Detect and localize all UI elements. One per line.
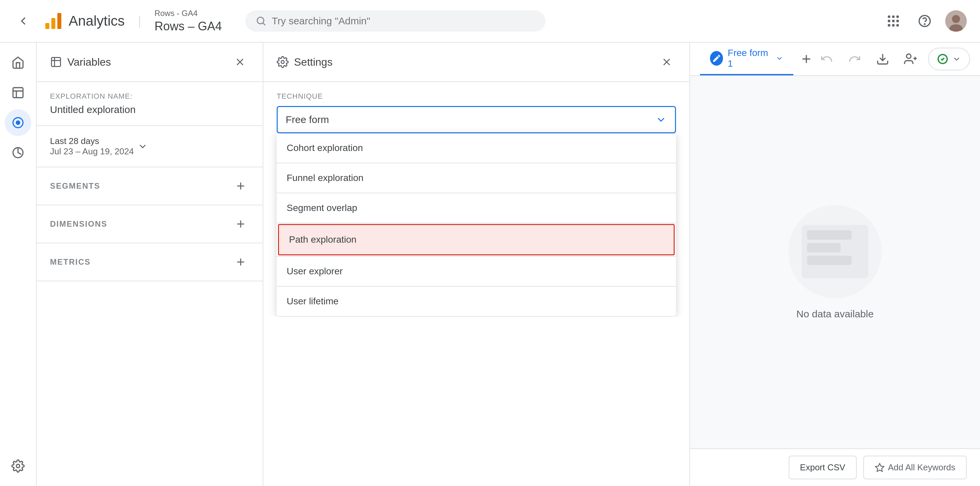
status-chevron-icon xyxy=(952,54,961,64)
tab-bar: Free form 1 xyxy=(690,43,980,76)
svg-rect-10 xyxy=(888,24,890,26)
metrics-add-button[interactable] xyxy=(232,253,249,271)
empty-illustration xyxy=(788,205,882,298)
technique-dropdown-icon xyxy=(655,114,667,126)
settings-close-button[interactable] xyxy=(657,53,676,71)
dropdown-item-funnel[interactable]: Funnel exploration xyxy=(277,163,676,193)
settings-title: Settings xyxy=(277,56,332,69)
dropdown-item-user-explorer[interactable]: User explorer xyxy=(277,257,676,286)
svg-rect-18 xyxy=(13,88,23,98)
dropdown-separator-3 xyxy=(277,223,676,223)
redo-button[interactable] xyxy=(844,48,865,70)
svg-rect-4 xyxy=(888,16,890,18)
selected-technique: Free form xyxy=(286,114,329,125)
exploration-name-label: EXPLORATION NAME: xyxy=(50,92,249,101)
topbar: Analytics | Rows - GA4 Rows – GA4 xyxy=(0,0,980,43)
star-icon xyxy=(875,463,885,473)
app-title: Analytics xyxy=(68,13,125,29)
settings-icon xyxy=(277,56,289,68)
add-all-keywords-button[interactable]: Add All Keywords xyxy=(863,456,967,479)
nav-item-settings[interactable] xyxy=(5,453,31,479)
svg-point-24 xyxy=(282,61,284,64)
svg-point-22 xyxy=(16,464,20,468)
edit-icon xyxy=(712,54,721,63)
svg-marker-30 xyxy=(875,463,884,471)
technique-label: TECHNIQUE xyxy=(277,92,676,101)
avatar[interactable] xyxy=(945,10,967,32)
empty-bar-2 xyxy=(807,243,841,252)
tab-toolbar xyxy=(816,48,970,70)
svg-rect-9 xyxy=(896,20,899,22)
search-icon xyxy=(255,15,267,27)
exploration-name-section: EXPLORATION NAME: Untitled exploration xyxy=(37,82,262,126)
segments-label: SEGMENTS xyxy=(50,181,100,191)
date-range-row[interactable]: Last 28 days Jul 23 – Aug 19, 2024 xyxy=(50,136,249,157)
logo: Analytics xyxy=(43,11,125,31)
dimensions-section: DIMENSIONS xyxy=(37,206,262,243)
segments-section: SEGMENTS xyxy=(37,167,262,206)
export-csv-button[interactable]: Export CSV xyxy=(789,456,857,479)
chevron-down-icon xyxy=(137,141,148,152)
exploration-name-value[interactable]: Untitled exploration xyxy=(50,104,249,115)
nav-item-advertising[interactable] xyxy=(5,139,31,166)
nav-item-home[interactable] xyxy=(5,49,31,76)
svg-rect-2 xyxy=(57,13,61,29)
add-user-button[interactable] xyxy=(900,48,921,70)
technique-dropdown-menu: Cohort exploration Funnel exploration Se… xyxy=(277,133,676,316)
settings-header: Settings xyxy=(263,43,689,82)
dropdown-item-path[interactable]: Path exploration xyxy=(278,224,675,255)
empty-illustration-inner xyxy=(802,225,868,278)
variables-title-text: Variables xyxy=(67,56,111,69)
svg-point-26 xyxy=(907,54,911,58)
svg-rect-11 xyxy=(892,24,894,26)
add-all-keywords-label: Add All Keywords xyxy=(888,462,955,473)
empty-text: No data available xyxy=(796,308,873,320)
svg-rect-8 xyxy=(892,20,894,22)
breadcrumb-top: Rows - GA4 xyxy=(154,9,222,18)
svg-rect-6 xyxy=(896,16,899,18)
svg-point-3 xyxy=(257,18,264,24)
breadcrumb-current: Rows – GA4 xyxy=(154,19,222,33)
svg-rect-1 xyxy=(51,18,55,29)
tab-dropdown-icon[interactable] xyxy=(775,54,784,63)
segments-add-button[interactable] xyxy=(232,177,249,195)
breadcrumb: Rows - GA4 Rows – GA4 xyxy=(154,9,222,33)
nav-sidebar xyxy=(0,43,37,486)
tab-free-form-1[interactable]: Free form 1 xyxy=(700,43,793,75)
nav-item-reports[interactable] xyxy=(5,79,31,106)
undo-button[interactable] xyxy=(816,48,837,70)
topbar-actions xyxy=(883,10,967,32)
search-bar[interactable] xyxy=(245,10,545,32)
search-input[interactable] xyxy=(272,15,535,27)
dimensions-label: DIMENSIONS xyxy=(50,219,107,229)
technique-select: Free form Cohort exploration Funnel expl… xyxy=(277,106,676,133)
download-button[interactable] xyxy=(872,48,893,70)
date-range-label: Last 28 days xyxy=(50,136,134,147)
svg-rect-7 xyxy=(888,20,890,22)
back-button[interactable] xyxy=(13,11,33,31)
variables-close-button[interactable] xyxy=(231,53,249,71)
svg-rect-5 xyxy=(892,16,894,18)
tab-add-button[interactable] xyxy=(797,48,816,70)
svg-point-14 xyxy=(924,24,925,24)
dropdown-item-user-lifetime[interactable]: User lifetime xyxy=(277,287,676,316)
variables-title: Variables xyxy=(50,56,111,69)
bottom-bar: Export CSV Add All Keywords xyxy=(690,448,980,486)
metrics-section: METRICS xyxy=(37,243,262,281)
help-button[interactable] xyxy=(914,10,935,32)
status-button[interactable] xyxy=(928,48,970,70)
dropdown-item-segment[interactable]: Segment overlap xyxy=(277,193,676,223)
variables-panel: Variables EXPLORATION NAME: Untitled exp… xyxy=(37,43,263,486)
svg-point-20 xyxy=(16,120,20,125)
nav-item-explore[interactable] xyxy=(5,109,31,136)
svg-rect-12 xyxy=(896,24,899,26)
dimensions-add-button[interactable] xyxy=(232,215,249,233)
svg-point-16 xyxy=(952,15,960,23)
svg-rect-23 xyxy=(52,58,60,67)
main-content: Free form 1 xyxy=(690,43,980,486)
technique-select-box[interactable]: Free form xyxy=(277,106,676,133)
date-sub: Jul 23 – Aug 19, 2024 xyxy=(50,147,134,157)
dropdown-item-cohort[interactable]: Cohort exploration xyxy=(277,133,676,163)
settings-panel: Settings TECHNIQUE Free form xyxy=(263,43,690,486)
apps-button[interactable] xyxy=(883,10,904,32)
